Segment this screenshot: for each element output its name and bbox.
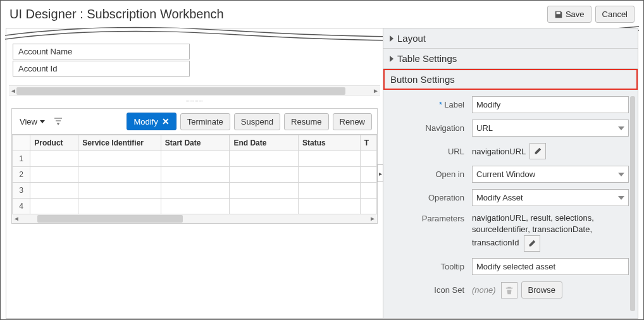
table-row[interactable]: 1 [13,151,377,167]
navigation-field-label: Navigation [390,123,472,133]
tooltip-input[interactable]: Modify selected asset [472,258,629,275]
tooltip-field-label: Tooltip [390,262,472,271]
chevron-right-icon [390,35,393,42]
browse-button[interactable]: Browse [521,281,562,298]
col-product[interactable]: Product [30,135,78,151]
chevron-down-icon [618,196,624,200]
openin-select[interactable]: Current Window [472,166,629,183]
table-settings-label: Table Settings [397,53,457,64]
url-field-label: URL [390,147,472,156]
scroll-left-icon[interactable]: ◄ [13,215,20,223]
splitter-handle[interactable]: ┄┄┄┄ [6,97,383,106]
filter-icon[interactable] [51,114,65,128]
scroll-right-icon[interactable]: ► [369,215,376,223]
col-end-date[interactable]: End Date [230,135,299,151]
pane-expander[interactable]: ▸ [377,164,383,182]
grid-h-scrollbar[interactable]: ◄ ► [12,214,377,223]
renew-button[interactable]: Renew [333,113,372,130]
cancel-button[interactable]: Cancel [595,6,635,23]
account-id-field[interactable]: Account Id [13,61,190,77]
label-field-label: * Label [390,100,472,109]
chevron-down-icon [618,173,624,176]
pencil-icon [528,239,536,248]
data-grid: Product Service Identifier Start Date En… [11,135,378,224]
col-truncated[interactable]: T [360,135,376,151]
col-start-date[interactable]: Start Date [161,135,230,151]
parameters-field-label: Parameters [390,212,472,223]
save-button-label: Save [566,9,585,19]
close-icon[interactable]: ✕ [162,116,170,126]
openin-field-label: Open in [390,169,472,179]
button-settings-panel: * Label Modify Navigation URL URL [383,90,638,311]
edit-parameters-button[interactable] [524,235,540,252]
chevron-down-icon [618,126,624,130]
table-row[interactable]: 3 [13,183,377,199]
terminate-button[interactable]: Terminate [180,113,230,130]
suspend-button[interactable]: Suspend [234,113,280,130]
resume-button[interactable]: Resume [284,113,328,130]
table-row[interactable]: 4 [13,199,377,214]
col-service-identifier[interactable]: Service Identifier [78,135,161,151]
save-button[interactable]: Save [547,6,591,23]
iconset-field-label: Icon Set [390,285,472,295]
view-menu-label: View [20,117,37,126]
caret-down-icon [40,120,45,123]
scroll-left-icon[interactable]: ◄ [10,87,16,95]
button-settings-accordion[interactable]: Button Settings [383,69,638,90]
clear-icon-button[interactable] [501,282,517,298]
save-icon [554,10,563,19]
col-status[interactable]: Status [299,135,361,151]
scroll-thumb[interactable] [16,87,345,95]
iconset-none: (none) [472,285,496,295]
url-value: navigationURL [472,147,526,156]
page-title: UI Designer : Subscription Workbench [9,7,224,22]
layout-accordion[interactable]: Layout [383,28,638,49]
chevron-right-icon [390,56,393,62]
account-name-field[interactable]: Account Name [13,44,190,59]
modify-button[interactable]: Modify ✕ [127,113,176,130]
view-menu[interactable]: View [17,116,47,128]
layout-label: Layout [397,33,426,44]
pencil-icon [533,147,542,156]
navigation-select[interactable]: URL [472,120,629,137]
table-header-row: Product Service Identifier Start Date En… [13,135,377,151]
scroll-thumb[interactable] [37,215,183,223]
required-asterisk: * [439,100,442,109]
modify-button-label: Modify [133,117,158,126]
label-input[interactable]: Modify [472,96,629,113]
edit-url-button[interactable] [529,143,546,159]
operation-field-label: Operation [390,193,472,202]
trash-icon [505,286,514,295]
table-settings-accordion[interactable]: Table Settings [383,49,638,69]
scroll-right-icon[interactable]: ► [373,87,379,95]
table-row[interactable]: 2 [13,167,377,183]
form-h-scrollbar[interactable]: ◄ ► [9,85,380,95]
operation-select[interactable]: Modify Asset [472,189,629,206]
button-settings-label: Button Settings [390,74,455,85]
